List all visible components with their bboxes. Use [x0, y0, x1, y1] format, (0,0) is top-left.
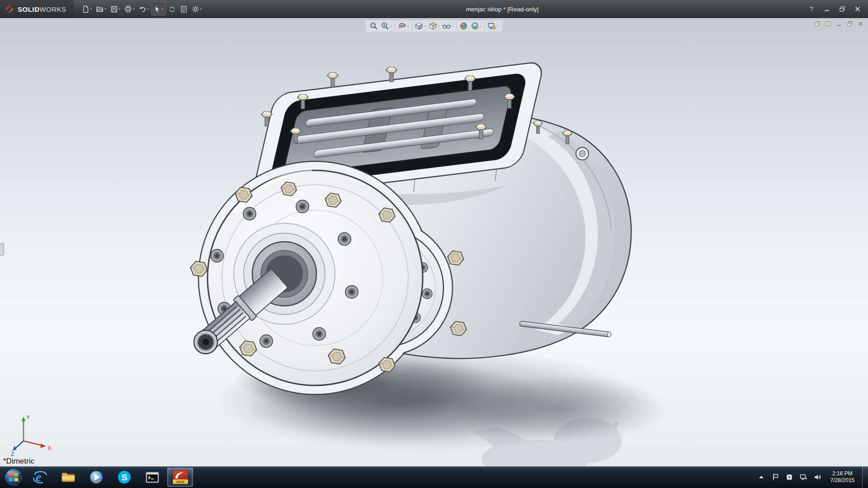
help-button[interactable]: ?: [807, 5, 816, 13]
media-player-icon: [89, 470, 104, 484]
show-desktop-button[interactable]: [862, 466, 868, 488]
zoom-to-fit-button[interactable]: [368, 21, 379, 31]
edit-appearance-icon: [459, 22, 468, 30]
svg-text:S: S: [121, 473, 127, 482]
toolbar-separator: [484, 22, 485, 30]
doc-restore-icon: [847, 21, 853, 27]
zoom-to-area-button[interactable]: ▾: [379, 21, 393, 31]
skype-icon: S: [117, 470, 132, 484]
close-icon: [855, 6, 860, 12]
display-style-icon: [429, 22, 437, 30]
options-button[interactable]: ▾: [190, 3, 204, 15]
triad-y-label: Y: [26, 414, 30, 421]
select-cursor-icon: [153, 5, 161, 13]
solidworks-logo: SOLIDWORKS: [0, 0, 74, 18]
doc-close-icon: [858, 21, 864, 27]
clock-date: 7/28/2015: [830, 477, 854, 484]
doc-cascade-button[interactable]: [813, 20, 821, 27]
doc-close-button[interactable]: [857, 20, 864, 27]
section-view-icon: [398, 22, 406, 30]
rebuild-button[interactable]: [166, 3, 178, 15]
reference-triad: Y X Z: [10, 413, 53, 456]
front-flange[interactable]: [208, 170, 423, 385]
doc-minimize-button[interactable]: [835, 20, 843, 27]
clock-time: 2:16 PM: [832, 470, 853, 477]
undo-button[interactable]: ▾: [137, 3, 151, 15]
new-document-button[interactable]: ▾: [80, 3, 94, 15]
close-button[interactable]: [854, 5, 862, 13]
window-controls: ?: [801, 5, 868, 13]
minimize-button[interactable]: [823, 5, 831, 13]
solidworks-window: SOLIDWORKS ▾ ▾ ▾ ▾ ▾: [0, 0, 868, 488]
document-window-controls: [813, 20, 864, 27]
triad-z-label: Z: [11, 450, 14, 456]
hide-show-items-button[interactable]: ▾: [441, 21, 455, 31]
tray-app-button[interactable]: [784, 471, 795, 483]
show-hidden-icons-button[interactable]: [756, 471, 767, 483]
window-title: menjac sklop * [Read-only]: [203, 6, 801, 13]
taskbar-item-command-prompt[interactable]: [139, 468, 165, 487]
network-button[interactable]: [798, 471, 809, 483]
save-icon: [110, 5, 118, 13]
gearbox-model[interactable]: [0, 18, 868, 466]
view-settings-icon: [487, 22, 496, 30]
view-orientation-icon: [415, 22, 423, 30]
volume-button[interactable]: [812, 471, 823, 483]
network-icon: [799, 473, 807, 481]
new-document-icon: [82, 5, 90, 13]
options-gear-icon: [192, 5, 199, 13]
taskbar-item-internet-explorer[interactable]: e: [27, 468, 53, 487]
file-properties-button[interactable]: [178, 3, 189, 15]
toolbar-separator: [411, 22, 412, 30]
svg-text:2015: 2015: [176, 480, 184, 484]
file-properties-icon: [180, 5, 188, 13]
graphics-area[interactable]: ▾ ▾ ▾ ▾ ▾: [0, 18, 868, 466]
doc-minimize-icon: [836, 21, 842, 27]
doc-tile-button[interactable]: [824, 20, 832, 27]
taskbar-item-windows-media-player[interactable]: [83, 468, 109, 487]
taskbar-items: e: [27, 468, 193, 487]
start-button[interactable]: [0, 466, 27, 488]
solidworks-app-icon: 2015: [173, 470, 188, 484]
save-button[interactable]: ▾: [108, 3, 123, 15]
open-button[interactable]: ▾: [94, 3, 108, 15]
edit-appearance-button[interactable]: [458, 21, 469, 31]
display-style-button[interactable]: ▾: [427, 21, 441, 31]
taskbar-item-skype[interactable]: S: [111, 468, 137, 487]
minimize-icon: [824, 6, 830, 12]
speaker-icon: [813, 473, 821, 481]
taskbar: e: [0, 466, 868, 488]
hide-show-items-icon: [442, 22, 451, 30]
brand-text: SOLIDWORKS: [18, 5, 66, 13]
toolbar-separator: [395, 22, 395, 30]
folder-icon: [61, 471, 75, 483]
restore-icon: [840, 6, 845, 12]
restore-button[interactable]: [838, 5, 846, 13]
select-button[interactable]: ▾: [151, 3, 166, 15]
command-prompt-icon: [146, 472, 159, 483]
zoom-to-area-icon: [381, 22, 389, 30]
feature-panel-handle[interactable]: [0, 243, 4, 256]
apply-scene-button[interactable]: ▾: [469, 21, 483, 31]
open-icon: [96, 5, 104, 13]
toolbar-separator: [456, 22, 457, 30]
print-button[interactable]: ▾: [123, 3, 137, 15]
taskbar-clock[interactable]: 2:16 PM 7/28/2015: [826, 470, 859, 484]
view-settings-button[interactable]: ▾: [486, 21, 500, 31]
heads-up-toolbar: ▾ ▾ ▾ ▾ ▾: [366, 20, 502, 32]
zoom-to-fit-icon: [369, 22, 378, 30]
tray-app-icon: [785, 473, 793, 481]
taskbar-item-solidworks-2015[interactable]: 2015: [167, 468, 193, 487]
action-center-button[interactable]: [770, 471, 781, 483]
view-orientation-button[interactable]: ▾: [413, 21, 427, 31]
section-view-button[interactable]: ▾: [396, 21, 410, 31]
view-orientation-label: *Dimetric: [3, 457, 34, 466]
notification-area: 2:16 PM 7/28/2015: [756, 466, 868, 488]
undo-icon: [139, 5, 146, 13]
doc-restore-button[interactable]: [846, 20, 854, 27]
triad-x-label: X: [47, 445, 52, 451]
taskbar-item-windows-explorer[interactable]: [55, 468, 81, 487]
ds-logo-icon: [5, 4, 14, 14]
print-icon: [124, 5, 132, 13]
tile-icon: [825, 21, 831, 27]
